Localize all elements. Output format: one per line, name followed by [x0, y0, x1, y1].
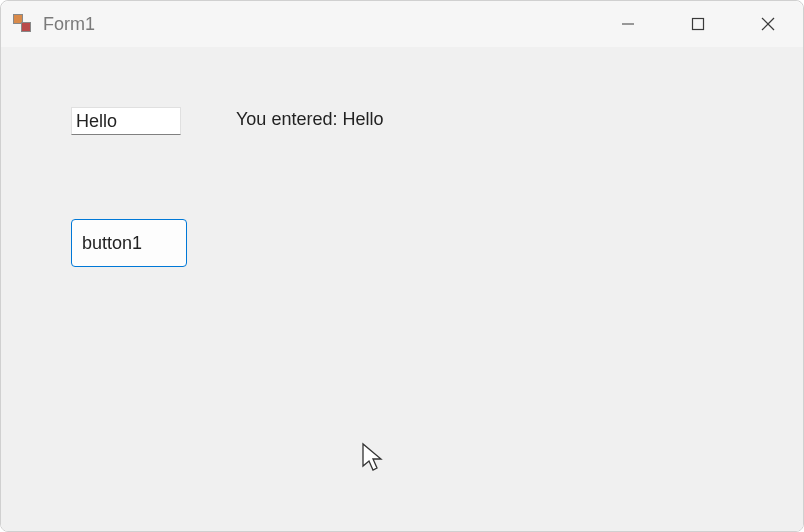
button1[interactable]: button1: [71, 219, 187, 267]
titlebar: Form1: [1, 1, 803, 47]
output-label: You entered: Hello: [236, 109, 383, 130]
app-icon: [13, 14, 33, 34]
maximize-icon: [691, 17, 705, 31]
svg-rect-1: [693, 19, 704, 30]
client-area: You entered: Hello button1: [1, 47, 803, 531]
text-input[interactable]: [71, 107, 181, 135]
minimize-button[interactable]: [593, 1, 663, 47]
form-window: Form1 You entered: Hello butto: [0, 0, 804, 532]
close-button[interactable]: [733, 1, 803, 47]
minimize-icon: [621, 17, 635, 31]
maximize-button[interactable]: [663, 1, 733, 47]
cursor-icon: [361, 442, 385, 474]
close-icon: [761, 17, 775, 31]
window-controls: [593, 1, 803, 47]
window-title: Form1: [43, 14, 95, 35]
